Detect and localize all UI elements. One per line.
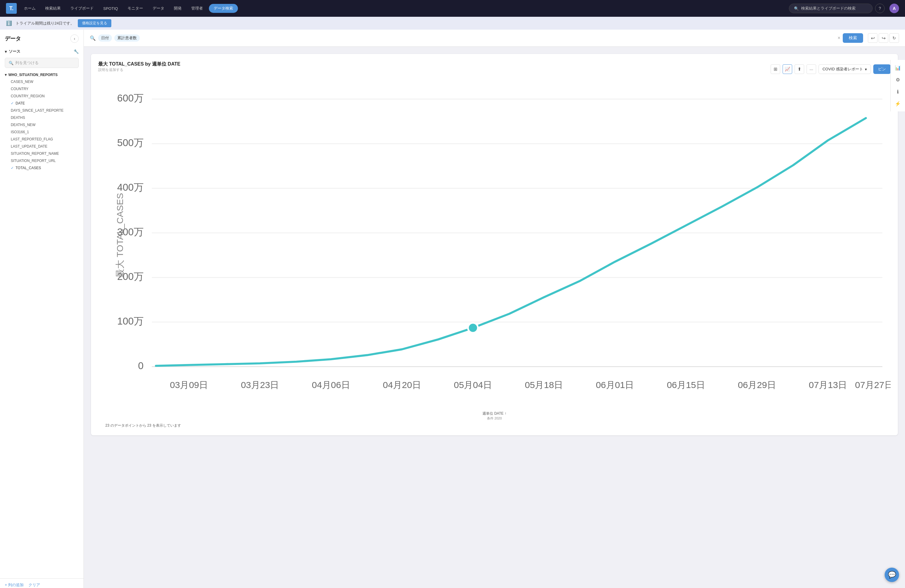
- nav-item-data[interactable]: データ: [149, 4, 168, 13]
- search-nav: ↩ ↪ ↻: [868, 33, 899, 43]
- sidebar-item-label: TOTAL_CASES: [16, 166, 41, 170]
- chat-bubble[interactable]: 💬: [884, 567, 899, 582]
- sidebar-item-country[interactable]: COUNTRY: [5, 85, 79, 92]
- clear-label: クリア: [29, 583, 40, 587]
- sidebar-header: データ ‹: [0, 30, 84, 45]
- main-layout: データ ‹ ▾ ソース 🔧 🔍 列を見つける ▾ WHO_SITUATION_R…: [0, 30, 905, 588]
- top-nav: T. ホーム 検索結果 ライブボード SPOTIQ モニター データ 開発 管理…: [0, 0, 905, 17]
- sidebar-item-label: DEATHS_NEW: [11, 123, 35, 127]
- sidebar-item-label: SITUATION_REPORT_NAME: [11, 151, 59, 156]
- nav-item-dev[interactable]: 開発: [170, 4, 185, 13]
- svg-text:600万: 600万: [117, 92, 144, 103]
- search-tag-cases[interactable]: 累計患者数: [114, 35, 140, 41]
- table-view-button[interactable]: ⊞: [771, 64, 780, 74]
- report-selector[interactable]: COVID 感染者レポート ▾: [819, 64, 871, 74]
- info-button[interactable]: ℹ: [892, 86, 903, 97]
- sidebar-item-last-update[interactable]: LAST_UPDATE_DATE: [5, 143, 79, 150]
- sidebar-item-deaths-new[interactable]: DEATHS_NEW: [5, 121, 79, 129]
- sidebar-item-label: DAYS_SINCE_LAST_REPORTE: [11, 108, 64, 113]
- gear-button[interactable]: ⚙: [892, 74, 903, 85]
- sidebar-section-header[interactable]: ▾ ソース 🔧: [5, 48, 79, 56]
- sort-icon[interactable]: ↑: [505, 412, 506, 416]
- share-button[interactable]: ⬆: [795, 64, 804, 74]
- sidebar-item-label: DATE: [16, 101, 25, 105]
- svg-text:400万: 400万: [117, 182, 144, 193]
- sidebar-item-iso[interactable]: ISO3166_1: [5, 129, 79, 136]
- wrench-icon[interactable]: 🔧: [74, 49, 79, 54]
- svg-text:06月29日: 06月29日: [738, 380, 776, 390]
- refresh-button[interactable]: ↻: [889, 33, 899, 43]
- chart-actions: ⊞ 📈 ⬆ ··· COVID 感染者レポート ▾ ピン: [771, 64, 891, 74]
- pricing-button[interactable]: 価格設定を見る: [78, 19, 111, 27]
- sidebar-search[interactable]: 🔍 列を見つける: [5, 58, 79, 68]
- more-button[interactable]: ···: [807, 64, 816, 74]
- trial-text: トライアル期間は残り24日です。: [16, 21, 74, 26]
- sidebar-title: データ: [5, 35, 21, 42]
- chart-footer: 週単位 DATE ↑ 条件 2020: [98, 411, 891, 421]
- svg-text:100万: 100万: [117, 316, 144, 327]
- help-button[interactable]: ?: [875, 3, 884, 13]
- svg-text:03月23日: 03月23日: [241, 380, 279, 390]
- nav-item-admin[interactable]: 管理者: [187, 4, 206, 13]
- nav-item-datasearch[interactable]: データ検索: [209, 4, 238, 13]
- report-label: COVID 感染者レポート: [822, 67, 863, 72]
- logo-icon: T.: [6, 3, 17, 14]
- nav-item-home[interactable]: ホーム: [21, 4, 39, 13]
- search-tag-date[interactable]: 日付: [98, 35, 112, 41]
- chart-bar-button[interactable]: 📊: [892, 62, 903, 73]
- svg-text:06月01日: 06月01日: [596, 380, 634, 390]
- nav-item-results[interactable]: 検索結果: [41, 4, 64, 13]
- sidebar-item-days[interactable]: DAYS_SINCE_LAST_REPORTE: [5, 107, 79, 114]
- sidebar-item-deaths[interactable]: DEATHS: [5, 114, 79, 121]
- nav-back-button[interactable]: ↩: [868, 33, 878, 43]
- search-input[interactable]: [142, 36, 835, 40]
- nav-item-liveboard[interactable]: ライブボード: [67, 4, 97, 13]
- sidebar-section-source: ▾ ソース 🔧 🔍 列を見つける ▾ WHO_SITUATION_REPORTS…: [0, 45, 84, 175]
- sidebar-item-last-reported[interactable]: LAST_REPORTED_FLAG: [5, 136, 79, 143]
- clear-button[interactable]: クリア: [29, 582, 40, 588]
- search-button[interactable]: 検索: [843, 33, 863, 43]
- check-icon-total: ✓: [11, 166, 14, 170]
- clear-icon[interactable]: ×: [838, 35, 840, 41]
- svg-text:06月15日: 06月15日: [667, 380, 705, 390]
- svg-text:最大 TOTAL_CASES: 最大 TOTAL_CASES: [115, 193, 125, 278]
- lightning-button[interactable]: ⚡: [892, 98, 903, 109]
- info-icon: ℹ️: [6, 21, 12, 26]
- pin-button[interactable]: ピン: [873, 64, 891, 74]
- nav-item-spotiq[interactable]: SPOTIQ: [100, 5, 122, 13]
- chevron-down-icon: ▾: [5, 49, 7, 54]
- source-group-header[interactable]: ▾ WHO_SITUATION_REPORTS: [5, 72, 79, 78]
- search-icon-small: 🔍: [9, 61, 13, 65]
- sidebar: データ ‹ ▾ ソース 🔧 🔍 列を見つける ▾ WHO_SITUATION_R…: [0, 30, 84, 588]
- sidebar-collapse-button[interactable]: ‹: [70, 35, 79, 43]
- svg-text:0: 0: [138, 360, 143, 371]
- sidebar-item-situation-name[interactable]: SITUATION_REPORT_NAME: [5, 150, 79, 157]
- sidebar-item-total-cases[interactable]: ✓ TOTAL_CASES: [5, 164, 79, 172]
- sidebar-item-label: SITUATION_REPORT_URL: [11, 159, 56, 163]
- sidebar-item-date[interactable]: ✓ DATE: [5, 100, 79, 107]
- sidebar-item-cases-new[interactable]: CASES_NEW: [5, 78, 79, 85]
- sidebar-item-situation-url[interactable]: SITUATION_REPORT_URL: [5, 157, 79, 164]
- chart-view-button[interactable]: 📈: [783, 64, 792, 74]
- sidebar-search-placeholder: 列を見つける: [15, 60, 39, 65]
- search-bar: 🔍 日付 累計患者数 × 検索 ↩ ↪ ↻: [84, 30, 905, 47]
- sidebar-item-country-region[interactable]: COUNTRY_REGION: [5, 92, 79, 100]
- svg-text:07月27日: 07月27日: [855, 380, 891, 390]
- nav-search[interactable]: 🔍 検索結果とライブボードの検索: [789, 3, 873, 13]
- add-column-label: + 列の追加: [5, 582, 24, 588]
- sidebar-footer: + 列の追加 クリア: [0, 578, 84, 588]
- right-toolbar: 📊 ⚙ ℹ ⚡: [890, 60, 905, 111]
- svg-text:03月09日: 03月09日: [170, 380, 208, 390]
- chart-condition: 条件 2020: [98, 416, 891, 421]
- add-column-button[interactable]: + 列の追加: [5, 582, 24, 588]
- chart-subtitle[interactable]: 説明を追加する: [98, 67, 181, 72]
- trial-banner: ℹ️ トライアル期間は残り24日です。 価格設定を見る: [0, 17, 905, 30]
- chart-container: 最大 TOTAL_CASES by 週単位 DATE 説明を追加する ⊞ 📈 ⬆…: [91, 54, 898, 435]
- nav-item-monitor[interactable]: モニター: [124, 4, 147, 13]
- avatar[interactable]: A: [889, 3, 899, 13]
- chevron-down-icon-source: ▾: [5, 73, 6, 77]
- chart-header: 最大 TOTAL_CASES by 週単位 DATE 説明を追加する ⊞ 📈 ⬆…: [98, 61, 891, 77]
- svg-text:04月06日: 04月06日: [312, 380, 350, 390]
- x-axis-label-text: 週単位 DATE: [483, 412, 503, 416]
- nav-forward-button[interactable]: ↪: [879, 33, 888, 43]
